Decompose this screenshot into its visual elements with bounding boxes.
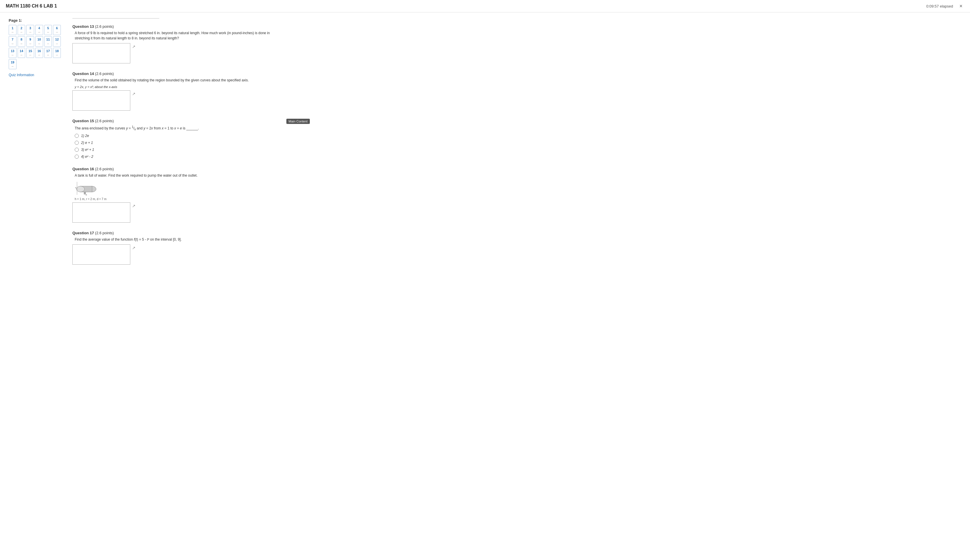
app-title: MATH 1180 CH 6 LAB 1 [6, 3, 57, 9]
q15-radio-1[interactable] [75, 134, 79, 138]
q17-answer-wrap: ↗ [72, 244, 275, 265]
q14-answer-wrap: ↗ [72, 90, 275, 111]
q14-answer-box[interactable] [72, 90, 130, 111]
q16-expand-icon[interactable]: ↗ [132, 203, 135, 208]
q-nav-btn-1[interactable]: 1-- [9, 25, 17, 35]
q-nav-btn-16[interactable]: 16-- [35, 48, 43, 58]
elapsed-time: 0:09:57 elapsed [926, 4, 953, 8]
q15-option-2: 2) e + 1 [75, 141, 275, 145]
svg-point-2 [77, 186, 85, 192]
question-14-title: Question 14 (2.6 points) [72, 72, 275, 76]
q17-answer-box[interactable] [72, 244, 130, 265]
question-block-14: Question 14 (2.6 points) Find the volume… [72, 72, 275, 111]
q-nav-btn-5[interactable]: 5-- [44, 25, 52, 35]
content-area: Question 13 (2.6 points) A force of 9 lb… [72, 18, 275, 273]
main-layout: Page 1: 1--2--3--4--5--6--7--8--9--10--1… [0, 12, 970, 278]
q15-option-text-1: 1) 2e [81, 134, 89, 138]
page-label: Page 1: [9, 18, 61, 23]
q-nav-btn-19[interactable]: 19-- [9, 59, 17, 69]
tank-image: h d [75, 180, 98, 196]
q15-text: The area enclosed by the curves y = 1/x … [75, 125, 199, 132]
q15-points: (2.6 points) [95, 119, 114, 123]
q17-points: (2.6 points) [95, 231, 114, 235]
q14-text: Find the volume of the solid obtained by… [72, 78, 275, 83]
q-nav-btn-11[interactable]: 11-- [44, 36, 52, 46]
q-nav-btn-9[interactable]: 9-- [27, 36, 34, 46]
question-block-17: Question 17 (2.6 points) Find the averag… [72, 231, 275, 265]
q15-option-1: 1) 2e [75, 134, 275, 138]
q-nav-btn-4[interactable]: 4-- [35, 25, 43, 35]
q16-points: (2.6 points) [95, 167, 114, 171]
q15-radio-4[interactable] [75, 155, 79, 159]
q17-expand-icon[interactable]: ↗ [132, 245, 135, 250]
q-nav-btn-13[interactable]: 13-- [9, 48, 17, 58]
q-nav-btn-15[interactable]: 15-- [27, 48, 34, 58]
q16-answer-wrap: ↗ [72, 202, 275, 223]
q-nav-btn-7[interactable]: 7-- [9, 36, 17, 46]
q15-radio-3[interactable] [75, 148, 79, 152]
question-grid: 1--2--3--4--5--6--7--8--9--10--11--12--1… [9, 25, 61, 69]
question-17-title: Question 17 (2.6 points) [72, 231, 275, 235]
close-button[interactable]: × [958, 3, 964, 9]
q15-option-text-4: 4) e² - 2 [81, 155, 93, 159]
q16-answer-box[interactable] [72, 202, 130, 223]
svg-text:h: h [75, 187, 77, 189]
q-nav-btn-14[interactable]: 14-- [18, 48, 25, 58]
q13-answer-box[interactable] [72, 43, 130, 63]
svg-text:d: d [86, 194, 87, 196]
main-content-tooltip: Main Content [287, 119, 310, 124]
question-15-title: Question 15 (2.6 points) [72, 119, 275, 123]
q16-text: A tank is full of water. Find the work r… [72, 173, 275, 178]
quiz-info-link[interactable]: Quiz Information [9, 73, 34, 77]
q-nav-btn-17[interactable]: 17-- [44, 48, 52, 58]
q13-expand-icon[interactable]: ↗ [132, 44, 135, 49]
question-block-13: Question 13 (2.6 points) A force of 9 lb… [72, 24, 275, 63]
q15-option-3: 3) e² + 1 [75, 148, 275, 152]
q15-option-text-2: 2) e + 1 [81, 141, 93, 145]
q-nav-btn-6[interactable]: 6-- [53, 25, 61, 35]
sidebar: Page 1: 1--2--3--4--5--6--7--8--9--10--1… [9, 18, 61, 273]
header-right: 0:09:57 elapsed × [926, 3, 964, 9]
question-16-title: Question 16 (2.6 points) [72, 167, 275, 171]
question-block-15: Question 15 (2.6 points) The area enclos… [72, 119, 275, 159]
question-13-title: Question 13 (2.6 points) [72, 24, 275, 29]
q15-radio-2[interactable] [75, 141, 79, 145]
q15-option-text-3: 3) e² + 1 [81, 148, 94, 152]
q16-tank-dims: h = 1 m, r = 2 m, d = 7 m [72, 197, 275, 201]
q13-answer-wrap: ↗ [72, 43, 275, 63]
q-nav-btn-10[interactable]: 10-- [35, 36, 43, 46]
q14-points: (2.6 points) [95, 72, 114, 76]
q-nav-btn-8[interactable]: 8-- [18, 36, 25, 46]
q14-expand-icon[interactable]: ↗ [132, 92, 135, 96]
app-header: MATH 1180 CH 6 LAB 1 0:09:57 elapsed × [0, 0, 970, 12]
question-block-16: Question 16 (2.6 points) A tank is full … [72, 167, 275, 223]
divider-line [72, 18, 159, 18]
q17-text: Find the average value of the function f… [72, 237, 275, 242]
q-nav-btn-3[interactable]: 3-- [27, 25, 34, 35]
q15-options: 1) 2e 2) e + 1 3) e² + 1 4) e² - 2 [72, 134, 275, 159]
q15-option-4: 4) e² - 2 [75, 155, 275, 159]
q-nav-btn-2[interactable]: 2-- [18, 25, 25, 35]
q13-text: A force of 9 lb is required to hold a sp… [72, 30, 275, 41]
q13-points: (2.6 points) [95, 24, 114, 29]
q-nav-btn-18[interactable]: 18-- [53, 48, 61, 58]
q14-formula: y = 2x, y = x²; about the x-axis [72, 85, 275, 88]
q-nav-btn-12[interactable]: 12-- [53, 36, 61, 46]
